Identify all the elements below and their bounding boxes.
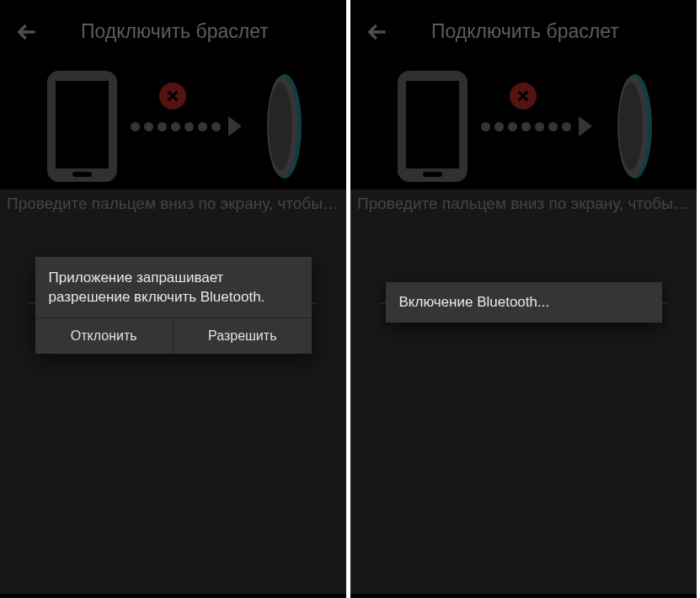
dialog-actions: Отклонить Разрешить [35, 318, 312, 354]
allow-button[interactable]: Разрешить [174, 318, 312, 354]
decline-button[interactable]: Отклонить [35, 318, 174, 354]
toast-message: Включение Bluetooth... [399, 294, 649, 311]
bluetooth-permission-dialog: Приложение запрашивает разрешение включи… [35, 257, 312, 354]
screen-right: Подключить браслет Проведите пальцем вн [350, 0, 697, 598]
bluetooth-enabling-toast: Включение Bluetooth... [386, 282, 662, 323]
screen-left: Подключить браслет Проведите пальцем вн [0, 0, 346, 598]
dialog-message: Приложение запрашивает разрешение включи… [35, 257, 312, 318]
